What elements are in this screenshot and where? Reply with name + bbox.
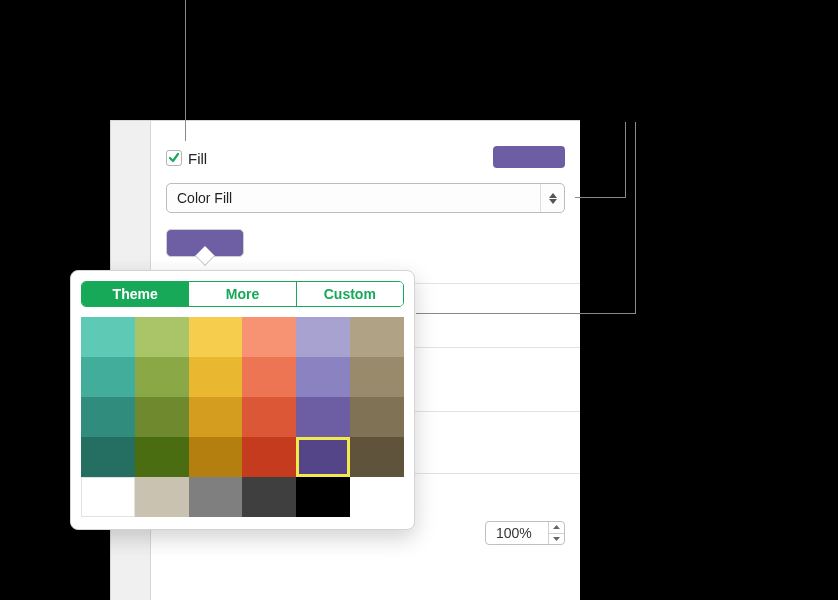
color-cell[interactable] <box>189 357 243 397</box>
fill-checkbox[interactable] <box>166 150 182 166</box>
color-cell[interactable] <box>242 357 296 397</box>
stepper-down[interactable] <box>548 534 564 545</box>
color-cell[interactable] <box>242 437 296 477</box>
callout-leader-vertical-3 <box>635 122 636 314</box>
tab-more[interactable]: More <box>188 282 295 306</box>
color-cell[interactable] <box>189 397 243 437</box>
opacity-value: 100% <box>496 525 532 541</box>
tab-custom[interactable]: Custom <box>296 282 403 306</box>
color-cell[interactable] <box>350 357 404 397</box>
color-cell[interactable] <box>296 437 350 477</box>
color-cell[interactable] <box>189 317 243 357</box>
color-cell[interactable] <box>81 357 135 397</box>
color-picker-popover: Theme More Custom <box>70 270 415 530</box>
color-cell[interactable] <box>296 477 350 517</box>
color-cell[interactable] <box>296 397 350 437</box>
chevron-up-icon <box>553 525 560 529</box>
color-cell[interactable] <box>81 437 135 477</box>
color-cell[interactable] <box>135 437 189 477</box>
color-cell[interactable] <box>189 477 243 517</box>
opacity-stepper[interactable] <box>548 522 564 544</box>
fill-type-dropdown[interactable]: Color Fill <box>166 183 565 213</box>
tab-theme[interactable]: Theme <box>82 282 188 306</box>
color-cell[interactable] <box>242 397 296 437</box>
color-cell[interactable] <box>350 397 404 437</box>
color-cell[interactable] <box>296 357 350 397</box>
opacity-field[interactable]: 100% <box>485 521 565 545</box>
color-cell[interactable] <box>81 397 135 437</box>
color-cell[interactable] <box>350 437 404 477</box>
callout-leader-horizontal-2 <box>416 313 636 314</box>
color-cell[interactable] <box>135 477 189 517</box>
fill-row: Fill <box>166 146 565 170</box>
fill-color-swatch[interactable] <box>493 146 565 168</box>
color-cell[interactable] <box>135 357 189 397</box>
color-cell[interactable] <box>189 437 243 477</box>
callout-leader-vertical-1 <box>185 0 186 141</box>
color-cell[interactable] <box>135 317 189 357</box>
color-well[interactable] <box>166 229 244 257</box>
color-cell[interactable] <box>81 317 135 357</box>
color-grid <box>81 317 404 517</box>
color-cell[interactable] <box>242 477 296 517</box>
fill-label: Fill <box>188 150 207 167</box>
callout-leader-vertical-2 <box>625 122 626 198</box>
picker-segmented-control: Theme More Custom <box>81 281 404 307</box>
dropdown-arrows <box>540 184 564 212</box>
callout-leader-horizontal-1 <box>575 197 625 198</box>
color-cell[interactable] <box>81 477 135 517</box>
popover-notch <box>195 246 215 266</box>
color-cell[interactable] <box>350 477 404 517</box>
fill-type-value: Color Fill <box>177 190 232 206</box>
chevron-down-icon <box>553 537 560 541</box>
checkmark-icon <box>168 152 180 164</box>
chevron-down-icon <box>549 199 557 204</box>
color-cell[interactable] <box>135 397 189 437</box>
stepper-up[interactable] <box>548 522 564 534</box>
chevron-up-icon <box>549 193 557 198</box>
color-cell[interactable] <box>350 317 404 357</box>
color-cell[interactable] <box>242 317 296 357</box>
color-cell[interactable] <box>296 317 350 357</box>
